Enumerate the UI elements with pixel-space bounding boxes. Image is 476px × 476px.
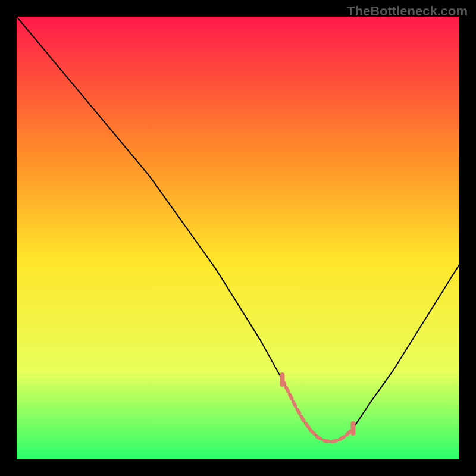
- chart-container: TheBottleneck.com: [0, 0, 476, 476]
- bottleneck-chart: [0, 0, 476, 476]
- optimal-zone-marker-start: [280, 372, 284, 387]
- optimal-zone-marker-end: [350, 421, 355, 436]
- watermark-text: TheBottleneck.com: [347, 4, 468, 19]
- plot-area: [17, 17, 459, 459]
